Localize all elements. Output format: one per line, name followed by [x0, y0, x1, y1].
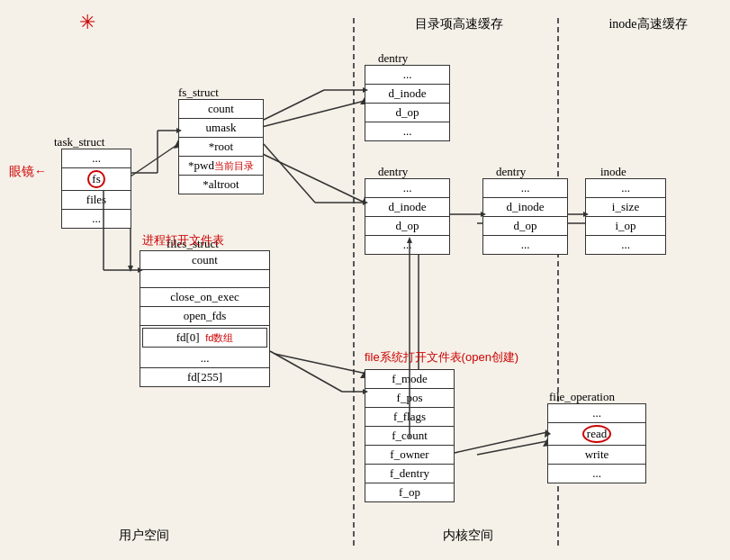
dentry3-row-dop: d_op — [483, 217, 567, 236]
fs-struct-row-pwd: *pwd 当前目录 — [179, 157, 263, 176]
file-row-fmode: f_mode — [365, 370, 454, 389]
process-files-annotation: 进程打开文件表 — [142, 232, 224, 248]
dentry1-row-dots1: ... — [365, 66, 449, 85]
task-struct-title: task_struct — [54, 135, 104, 149]
file-row-fpos: f_pos — [365, 389, 454, 408]
dentry3-row-dinode: d_inode — [483, 198, 567, 217]
files-struct-box: count close_on_exec open_fds fd[0] fd数组 … — [140, 250, 270, 387]
task-struct-box: ... fs files ... — [61, 149, 131, 229]
dentry2-box: ... d_inode d_op ... — [365, 178, 450, 255]
fs-struct-row-altroot: *altroot — [179, 176, 263, 194]
task-struct-row-files: files — [62, 191, 131, 210]
read-circled: read — [582, 425, 611, 443]
files-struct-row-open: open_fds — [140, 307, 269, 326]
inode-row-dots2: ... — [586, 236, 665, 254]
file-op-row-dots2: ... — [548, 465, 645, 483]
svg-line-8 — [248, 147, 365, 203]
task-struct-row-dots1: ... — [62, 149, 131, 168]
svg-line-33 — [270, 351, 342, 392]
dentry1-row-dop: d_op — [365, 104, 449, 122]
user-space-label: 用户空间 — [72, 528, 216, 544]
fs-struct-box: count umask *root *pwd 当前目录 *altroot — [178, 99, 264, 194]
inode-row-iop: i_op — [586, 217, 665, 236]
svg-line-27 — [264, 90, 324, 120]
dentry1-title: dentry — [378, 51, 408, 66]
file-op-row-dots1: ... — [548, 404, 645, 423]
files-struct-row-close: close_on_exec — [140, 288, 269, 307]
file-op-row-write: write — [548, 446, 645, 465]
dentry2-title: dentry — [378, 165, 408, 179]
fs-struct-row-root: *root — [179, 138, 263, 157]
file-row-fowner: f_owner — [365, 446, 454, 465]
files-struct-row-dots: ... — [140, 349, 269, 368]
file-row-fflags: f_flags — [365, 408, 454, 427]
svg-line-14 — [477, 441, 547, 455]
files-struct-row-sep — [140, 270, 269, 288]
dentry2-row-dop: d_op — [365, 217, 449, 236]
glasses-annotation: 眼镜← — [9, 164, 47, 180]
dentry1-row-dinode: d_inode — [365, 85, 449, 104]
fs-struct-title: fs_struct — [178, 86, 219, 100]
files-struct-row-fd255: fd[255] — [140, 368, 269, 386]
dentry3-row-dots2: ... — [483, 236, 567, 254]
task-struct-row-dots2: ... — [62, 210, 131, 228]
svg-line-2 — [131, 144, 178, 176]
files-struct-row-fd0: fd[0] fd数组 — [142, 328, 267, 348]
file-op-row-read: read — [548, 423, 645, 446]
task-struct-row-fs: fs — [62, 168, 131, 191]
svg-line-10 — [275, 354, 366, 374]
file-annotation: file系统打开文件表(open创建) — [365, 349, 518, 366]
dentry1-row-dots2: ... — [365, 122, 449, 140]
dentry2-row-dinode: d_inode — [365, 198, 449, 217]
file-operation-box: ... read write ... — [547, 403, 646, 483]
file-row-fdentry: f_dentry — [365, 465, 454, 483]
kernel-space-label: 内核空间 — [396, 528, 540, 544]
files-struct-row-count: count — [140, 251, 269, 270]
dentry-cache-label: 目录项高速缓存 — [378, 16, 540, 32]
file-row-fop: f_op — [365, 483, 454, 501]
inode-cache-label: inode高速缓存 — [576, 16, 720, 32]
dentry2-row-dots2: ... — [365, 236, 449, 254]
dentry3-box: ... d_inode d_op ... — [482, 178, 568, 255]
dentry3-row-dots1: ... — [483, 179, 567, 198]
dentry2-row-dots1: ... — [365, 179, 449, 198]
dentry3-title: dentry — [496, 165, 526, 179]
svg-line-30 — [264, 144, 315, 203]
fs-struct-row-count: count — [179, 100, 263, 119]
pwd-annotation: 当前目录 — [214, 159, 254, 173]
file-row-fcount: f_count — [365, 427, 454, 446]
svg-marker-5 — [128, 266, 133, 272]
diagram: ✳ 目录项高速缓存 inode高速缓存 ... fs files ... tas… — [0, 0, 730, 560]
inode-title: inode — [600, 165, 626, 179]
fs-circled: fs — [87, 170, 104, 188]
dentry1-box: ... d_inode d_op ... — [365, 65, 450, 141]
svg-line-38 — [455, 432, 547, 453]
fd-annotation: fd数组 — [205, 331, 233, 345]
inode-row-isize: i_size — [586, 198, 665, 217]
file-box: f_mode f_pos f_flags f_count f_owner f_d… — [365, 369, 455, 502]
star-icon: ✳ — [79, 11, 95, 34]
file-operation-title: file_operation — [549, 390, 615, 404]
svg-line-6 — [248, 101, 365, 131]
fs-struct-row-umask: umask — [179, 119, 263, 138]
inode-row-dots1: ... — [586, 179, 665, 198]
inode-box: ... i_size i_op ... — [585, 178, 666, 255]
